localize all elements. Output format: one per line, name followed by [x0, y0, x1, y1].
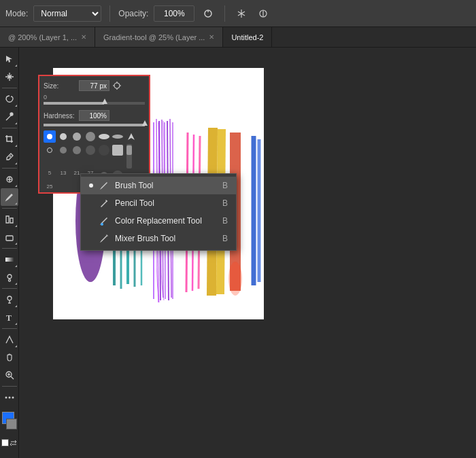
svg-point-25 — [8, 397, 10, 399]
svg-point-24 — [5, 397, 7, 399]
tab-layer1[interactable]: @ 200% (Layer 1, ... ✕ — [0, 27, 95, 47]
tool-path[interactable] — [1, 331, 18, 349]
menu-item-pencil[interactable]: Pencil Tool B — [81, 194, 236, 212]
pressure-opacity-icon[interactable] — [200, 5, 216, 22]
mixer-icon — [99, 233, 109, 244]
svg-marker-4 — [6, 56, 12, 63]
brush-size-label-13: 13 — [57, 170, 69, 182]
brush-scrollbar[interactable] — [126, 144, 132, 169]
size-settings-icon[interactable] — [112, 81, 122, 90]
tool-eraser[interactable] — [1, 228, 18, 246]
sep-tool-7 — [2, 328, 17, 329]
pencil-icon — [99, 198, 109, 209]
sep-tool-5 — [2, 248, 17, 249]
hardness-input[interactable] — [79, 110, 109, 121]
mode-select[interactable]: Normal Multiply Screen — [33, 5, 101, 22]
brush-preset-5[interactable] — [98, 130, 110, 143]
size-slider-fill — [44, 102, 104, 105]
tool-type[interactable]: T — [1, 309, 18, 326]
brush-preset-10[interactable] — [71, 144, 83, 156]
brush-preset-2[interactable] — [57, 130, 69, 143]
reset-colors[interactable] — [1, 439, 9, 446]
symmetry-icon[interactable] — [233, 5, 250, 22]
pencil-label: Pencil Tool — [115, 198, 217, 208]
opacity-label: Opacity: — [118, 9, 148, 18]
brush-preset-9[interactable] — [57, 144, 69, 156]
svg-point-33 — [101, 223, 103, 226]
svg-point-54 — [228, 262, 242, 296]
sep-tool-2 — [2, 128, 17, 128]
context-menu: Brush Tool B Pencil Tool B C — [80, 173, 237, 251]
color-replace-shortcut: B — [222, 216, 228, 226]
tool-more[interactable] — [1, 389, 18, 406]
size-min: 0 — [44, 94, 47, 101]
brush-icon — [99, 180, 109, 191]
brush-preset-1[interactable] — [44, 130, 56, 143]
sep1 — [109, 5, 110, 22]
menu-item-brush[interactable]: Brush Tool B — [81, 177, 236, 194]
brush-angle-icon[interactable] — [255, 5, 271, 22]
tool-healing[interactable] — [1, 171, 18, 188]
svg-line-21 — [11, 376, 14, 379]
tool-select-move[interactable] — [1, 68, 18, 86]
tool-dodge[interactable] — [1, 291, 18, 309]
color-replace-icon — [99, 215, 109, 226]
tool-hand[interactable] — [1, 349, 18, 366]
size-slider[interactable] — [44, 102, 145, 105]
tab-label-2: Gradient-tool @ 25% (Layer ... — [103, 33, 205, 41]
tab-label-1: @ 200% (Layer 1, ... — [8, 33, 77, 41]
size-25: 25 — [44, 183, 56, 190]
hardness-row: Hardness: — [44, 110, 145, 121]
menu-item-color-replace[interactable]: Color Replacement Tool B — [81, 212, 236, 230]
tab-close-1[interactable]: ✕ — [81, 33, 86, 41]
tool-clone[interactable] — [1, 211, 18, 228]
top-toolbar: Mode: Normal Multiply Screen Opacity: — [0, 0, 476, 27]
svg-point-27 — [114, 83, 120, 88]
main-area: T — [0, 48, 476, 458]
swap-colors[interactable] — [10, 439, 18, 446]
swatch-controls — [1, 439, 18, 446]
hardness-slider[interactable] — [44, 124, 145, 126]
tab-close-2[interactable]: ✕ — [209, 33, 214, 41]
mixer-label: Mixer Brush Tool — [115, 234, 217, 243]
size-slider-thumb[interactable] — [102, 99, 107, 104]
hardness-slider-thumb[interactable] — [142, 120, 148, 126]
tool-gradient[interactable] — [1, 251, 18, 268]
hardness-slider-fill — [44, 124, 145, 126]
size-slider-labels: 0 — [44, 94, 145, 101]
tool-eyedropper[interactable] — [1, 148, 18, 166]
menu-item-mixer[interactable]: Mixer Brush Tool B — [81, 230, 236, 247]
tool-crop[interactable] — [1, 130, 18, 148]
tool-lasso[interactable] — [1, 90, 18, 108]
background-swatch[interactable] — [6, 419, 17, 429]
size-input[interactable] — [79, 80, 109, 91]
brush-preset-4[interactable] — [84, 130, 97, 143]
size-label: Size: — [44, 82, 76, 90]
tool-move[interactable] — [1, 50, 18, 68]
sep2 — [224, 5, 225, 22]
tool-blur[interactable] — [1, 268, 18, 286]
svg-rect-13 — [6, 236, 13, 241]
tool-magic-wand[interactable] — [1, 108, 18, 126]
brush-preset-arrow[interactable] — [125, 130, 137, 143]
brush-shortcut: B — [222, 181, 228, 190]
tool-brush[interactable] — [1, 188, 18, 206]
mode-label: Mode: — [5, 9, 28, 18]
brush-size-label-5: 5 — [44, 170, 56, 182]
tab-gradient[interactable]: Gradient-tool @ 25% (Layer ... ✕ — [95, 27, 223, 47]
pencil-shortcut: B — [222, 198, 228, 208]
svg-point-8 — [10, 113, 13, 116]
tab-untitled[interactable]: Untitled-2 — [223, 27, 272, 47]
tool-zoom[interactable] — [1, 366, 18, 384]
brush-preset-13[interactable] — [112, 144, 124, 156]
opacity-input[interactable] — [154, 5, 194, 22]
brush-preset-3[interactable] — [71, 130, 83, 143]
svg-rect-14 — [5, 258, 14, 262]
brush-preset-11[interactable] — [84, 144, 97, 156]
brush-preset-6[interactable] — [112, 130, 124, 143]
size-slider-container: 0 — [44, 94, 145, 105]
sep-tool-6 — [2, 288, 17, 289]
brush-size-row: Size: — [44, 80, 145, 91]
brush-preset-8[interactable] — [44, 144, 56, 156]
brush-preset-12[interactable] — [98, 144, 110, 156]
